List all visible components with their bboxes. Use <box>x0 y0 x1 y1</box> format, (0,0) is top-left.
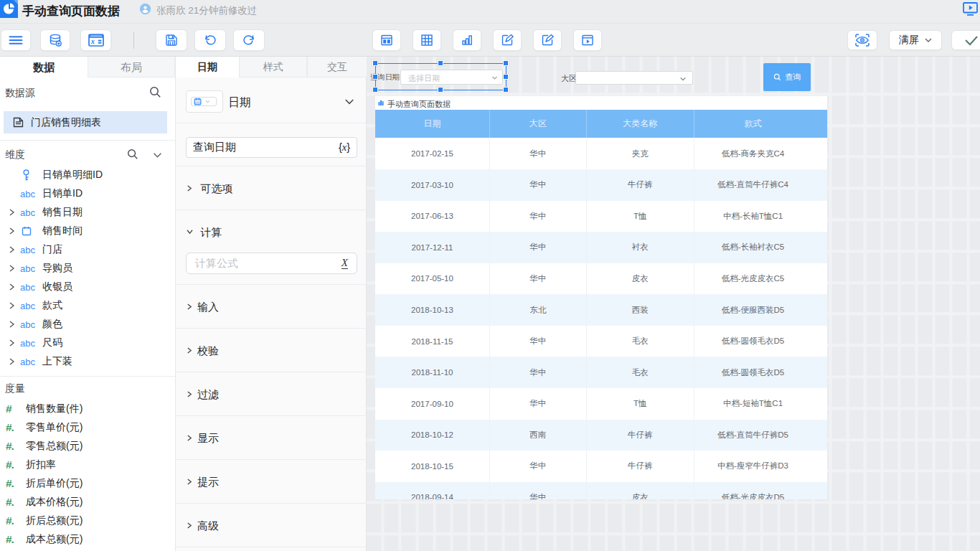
svg-text:x: x <box>90 37 94 45</box>
